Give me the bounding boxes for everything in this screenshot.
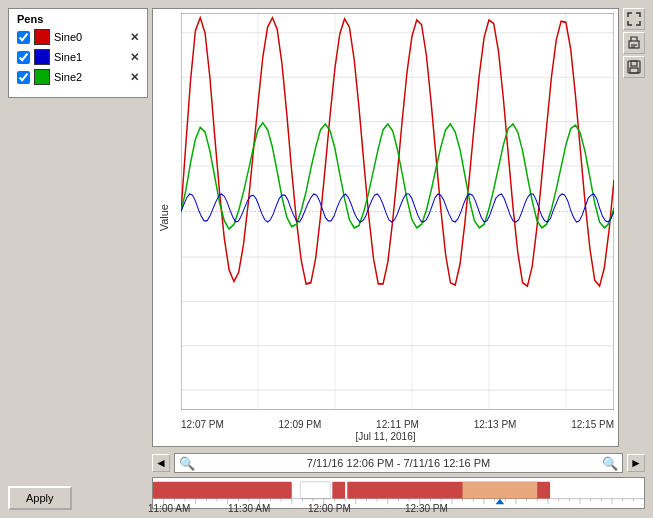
overview-label-2: 12:00 PM (308, 503, 351, 514)
zoom-icon-right[interactable]: 🔍 (602, 456, 618, 471)
pen-label-2: Sine2 (54, 71, 126, 83)
pen-color-2 (34, 69, 50, 85)
svg-rect-28 (631, 61, 637, 66)
svg-rect-31 (300, 482, 330, 499)
nav-left-button[interactable]: ◄ (152, 454, 170, 472)
pen-item-2: Sine2 ✕ (17, 69, 139, 85)
fullscreen-button[interactable] (623, 8, 645, 30)
overview-label-3: 12:30 PM (405, 503, 448, 514)
overview-label-1: 11:30 AM (228, 503, 270, 514)
x-date-label: [Jul 11, 2016] (355, 431, 415, 442)
pen-close-2[interactable]: ✕ (130, 71, 139, 84)
pen-close-0[interactable]: ✕ (130, 31, 139, 44)
chart-toolbar (623, 8, 645, 447)
x-tick-2: 12:11 PM (376, 419, 419, 430)
save-button[interactable] (623, 56, 645, 78)
pen-color-0 (34, 29, 50, 45)
svg-rect-29 (630, 68, 638, 73)
zoom-icon-left[interactable]: 🔍 (179, 456, 195, 471)
x-tick-1: 12:09 PM (279, 419, 322, 430)
pen-color-1 (34, 49, 50, 65)
nav-range-text: 7/11/16 12:06 PM - 7/11/16 12:16 PM (307, 457, 490, 469)
svg-rect-30 (153, 482, 292, 499)
pens-title: Pens (17, 13, 139, 25)
svg-marker-81 (496, 499, 505, 505)
x-tick-4: 12:15 PM (571, 419, 614, 430)
apply-button[interactable]: Apply (8, 486, 72, 510)
pen-checkbox-2[interactable] (17, 71, 30, 84)
x-tick-0: 12:07 PM (181, 419, 224, 430)
pen-item-1: Sine1 ✕ (17, 49, 139, 65)
pen-close-1[interactable]: ✕ (130, 51, 139, 64)
pen-checkbox-1[interactable] (17, 51, 30, 64)
print-button[interactable] (623, 32, 645, 54)
nav-bar: ◄ 🔍 7/11/16 12:06 PM - 7/11/16 12:16 PM … (152, 451, 645, 475)
chart-svg: 100 75 50 25 0 -25 -50 -75 -100 (181, 13, 614, 410)
pen-item-0: Sine0 ✕ (17, 29, 139, 45)
y-axis-label: Value (158, 204, 170, 231)
nav-right-button[interactable]: ► (627, 454, 645, 472)
x-tick-3: 12:13 PM (474, 419, 517, 430)
overview-svg (153, 478, 644, 508)
nav-range: 🔍 7/11/16 12:06 PM - 7/11/16 12:16 PM 🔍 (174, 453, 623, 473)
svg-rect-32 (332, 482, 345, 499)
pens-legend: Pens Sine0 ✕ Sine1 ✕ Sine2 ✕ (8, 8, 148, 98)
pen-label-0: Sine0 (54, 31, 126, 43)
overview-label-0: 11:00 AM (148, 503, 190, 514)
pen-checkbox-0[interactable] (17, 31, 30, 44)
overview-bar[interactable] (152, 477, 645, 509)
svg-rect-34 (463, 482, 538, 499)
chart-area: Value (152, 8, 619, 447)
pen-label-1: Sine1 (54, 51, 126, 63)
